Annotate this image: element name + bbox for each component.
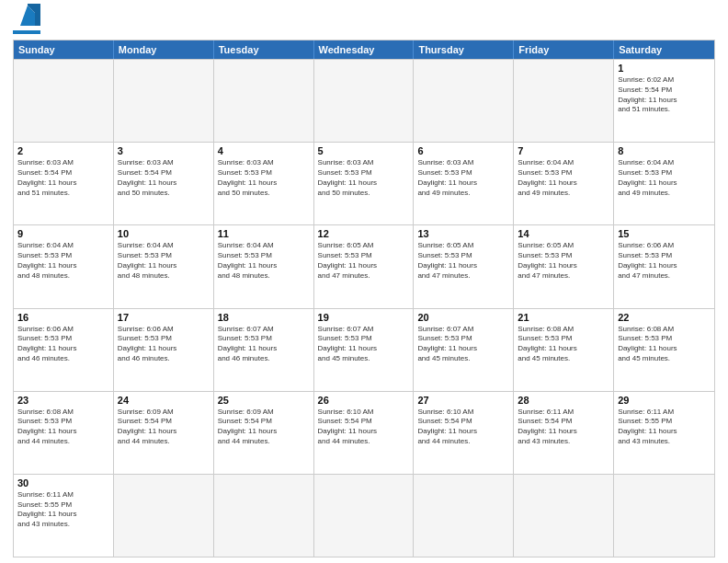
day-number: 18	[218, 312, 310, 323]
day-info: Sunrise: 6:07 AM Sunset: 5:53 PM Dayligh…	[218, 325, 310, 364]
day-cell-20: 20Sunrise: 6:07 AM Sunset: 5:53 PM Dayli…	[414, 309, 514, 391]
day-number: 3	[118, 145, 210, 156]
day-number: 9	[17, 228, 109, 239]
day-number: 8	[618, 145, 711, 156]
day-number: 12	[318, 228, 410, 239]
day-cell-22: 22Sunrise: 6:08 AM Sunset: 5:53 PM Dayli…	[614, 309, 714, 391]
day-cell-10: 10Sunrise: 6:04 AM Sunset: 5:53 PM Dayli…	[114, 225, 214, 307]
day-info: Sunrise: 6:06 AM Sunset: 5:53 PM Dayligh…	[118, 325, 210, 364]
day-cell-6: 6Sunrise: 6:03 AM Sunset: 5:53 PM Daylig…	[414, 143, 514, 224]
day-cell-2: 2Sunrise: 6:03 AM Sunset: 5:54 PM Daylig…	[14, 143, 114, 224]
empty-cell	[614, 475, 714, 557]
day-info: Sunrise: 6:09 AM Sunset: 5:54 PM Dayligh…	[118, 408, 210, 447]
day-info: Sunrise: 6:11 AM Sunset: 5:54 PM Dayligh…	[518, 408, 609, 447]
day-info: Sunrise: 6:07 AM Sunset: 5:53 PM Dayligh…	[318, 325, 410, 364]
day-cell-18: 18Sunrise: 6:07 AM Sunset: 5:53 PM Dayli…	[214, 309, 314, 391]
calendar-body: 1Sunrise: 6:02 AM Sunset: 5:54 PM Daylig…	[14, 59, 714, 557]
day-info: Sunrise: 6:04 AM Sunset: 5:53 PM Dayligh…	[17, 241, 109, 281]
weekday-header-friday: Friday	[514, 40, 614, 59]
day-info: Sunrise: 6:08 AM Sunset: 5:53 PM Dayligh…	[618, 325, 711, 364]
day-cell-26: 26Sunrise: 6:10 AM Sunset: 5:54 PM Dayli…	[314, 392, 415, 474]
day-number: 23	[17, 395, 109, 406]
day-info: Sunrise: 6:09 AM Sunset: 5:54 PM Dayligh…	[218, 408, 310, 447]
day-cell-29: 29Sunrise: 6:11 AM Sunset: 5:55 PM Dayli…	[614, 392, 714, 474]
day-number: 25	[218, 395, 310, 406]
calendar-header: SundayMondayTuesdayWednesdayThursdayFrid…	[14, 40, 714, 59]
day-cell-24: 24Sunrise: 6:09 AM Sunset: 5:54 PM Dayli…	[114, 392, 214, 474]
empty-cell	[214, 60, 314, 142]
weekday-header-monday: Monday	[114, 40, 214, 59]
logo-icon	[15, 4, 40, 29]
day-cell-13: 13Sunrise: 6:05 AM Sunset: 5:53 PM Dayli…	[414, 225, 514, 307]
empty-cell	[14, 60, 114, 142]
empty-cell	[514, 60, 614, 142]
day-cell-3: 3Sunrise: 6:03 AM Sunset: 5:54 PM Daylig…	[114, 143, 214, 224]
empty-cell	[114, 60, 214, 142]
day-info: Sunrise: 6:03 AM Sunset: 5:53 PM Dayligh…	[417, 158, 509, 198]
day-number: 30	[17, 477, 109, 488]
day-info: Sunrise: 6:05 AM Sunset: 5:53 PM Dayligh…	[518, 241, 609, 281]
day-info: Sunrise: 6:07 AM Sunset: 5:53 PM Dayligh…	[417, 325, 509, 364]
logo	[13, 9, 40, 34]
weekday-header-thursday: Thursday	[414, 40, 514, 59]
empty-cell	[414, 60, 514, 142]
day-info: Sunrise: 6:03 AM Sunset: 5:54 PM Dayligh…	[118, 158, 210, 198]
day-number: 27	[417, 395, 509, 406]
day-number: 1	[618, 63, 711, 74]
day-number: 14	[518, 228, 609, 239]
day-cell-27: 27Sunrise: 6:10 AM Sunset: 5:54 PM Dayli…	[414, 392, 514, 474]
header	[13, 9, 715, 34]
empty-cell	[114, 475, 214, 557]
day-info: Sunrise: 6:04 AM Sunset: 5:53 PM Dayligh…	[518, 158, 609, 198]
day-cell-14: 14Sunrise: 6:05 AM Sunset: 5:53 PM Dayli…	[514, 225, 614, 307]
day-cell-12: 12Sunrise: 6:05 AM Sunset: 5:53 PM Dayli…	[314, 225, 415, 307]
page: SundayMondayTuesdayWednesdayThursdayFrid…	[0, 0, 728, 563]
day-number: 13	[417, 228, 509, 239]
day-number: 4	[218, 145, 310, 156]
empty-cell	[514, 475, 614, 557]
calendar-row-5: 30Sunrise: 6:11 AM Sunset: 5:55 PM Dayli…	[14, 474, 714, 557]
day-info: Sunrise: 6:11 AM Sunset: 5:55 PM Dayligh…	[17, 490, 109, 530]
day-cell-1: 1Sunrise: 6:02 AM Sunset: 5:54 PM Daylig…	[614, 60, 714, 142]
empty-cell	[214, 475, 314, 557]
day-info: Sunrise: 6:03 AM Sunset: 5:53 PM Dayligh…	[218, 158, 310, 198]
calendar-row-4: 23Sunrise: 6:08 AM Sunset: 5:53 PM Dayli…	[14, 391, 714, 474]
day-cell-11: 11Sunrise: 6:04 AM Sunset: 5:53 PM Dayli…	[214, 225, 314, 307]
calendar-row-1: 2Sunrise: 6:03 AM Sunset: 5:54 PM Daylig…	[14, 142, 714, 224]
day-number: 17	[118, 312, 210, 323]
day-info: Sunrise: 6:10 AM Sunset: 5:54 PM Dayligh…	[318, 408, 410, 447]
day-info: Sunrise: 6:08 AM Sunset: 5:53 PM Dayligh…	[518, 325, 609, 364]
day-info: Sunrise: 6:02 AM Sunset: 5:54 PM Dayligh…	[618, 75, 711, 115]
day-info: Sunrise: 6:06 AM Sunset: 5:53 PM Dayligh…	[17, 325, 109, 364]
day-cell-25: 25Sunrise: 6:09 AM Sunset: 5:54 PM Dayli…	[214, 392, 314, 474]
day-info: Sunrise: 6:10 AM Sunset: 5:54 PM Dayligh…	[417, 408, 509, 447]
day-number: 24	[118, 395, 210, 406]
day-number: 11	[218, 228, 310, 239]
day-number: 16	[17, 312, 109, 323]
weekday-header-sunday: Sunday	[14, 40, 114, 59]
day-number: 2	[17, 145, 109, 156]
day-number: 7	[518, 145, 609, 156]
day-cell-30: 30Sunrise: 6:11 AM Sunset: 5:55 PM Dayli…	[14, 475, 114, 557]
day-info: Sunrise: 6:04 AM Sunset: 5:53 PM Dayligh…	[618, 158, 711, 198]
day-info: Sunrise: 6:05 AM Sunset: 5:53 PM Dayligh…	[318, 241, 410, 281]
day-number: 5	[318, 145, 410, 156]
calendar-row-2: 9Sunrise: 6:04 AM Sunset: 5:53 PM Daylig…	[14, 224, 714, 307]
calendar-row-3: 16Sunrise: 6:06 AM Sunset: 5:53 PM Dayli…	[14, 308, 714, 391]
day-cell-15: 15Sunrise: 6:06 AM Sunset: 5:53 PM Dayli…	[614, 225, 714, 307]
day-cell-21: 21Sunrise: 6:08 AM Sunset: 5:53 PM Dayli…	[514, 309, 614, 391]
logo-bar	[13, 30, 40, 34]
day-cell-23: 23Sunrise: 6:08 AM Sunset: 5:53 PM Dayli…	[14, 392, 114, 474]
day-number: 15	[618, 228, 711, 239]
day-info: Sunrise: 6:11 AM Sunset: 5:55 PM Dayligh…	[618, 408, 711, 447]
day-cell-19: 19Sunrise: 6:07 AM Sunset: 5:53 PM Dayli…	[314, 309, 415, 391]
calendar: SundayMondayTuesdayWednesdayThursdayFrid…	[13, 40, 715, 557]
day-cell-4: 4Sunrise: 6:03 AM Sunset: 5:53 PM Daylig…	[214, 143, 314, 224]
weekday-header-saturday: Saturday	[614, 40, 714, 59]
empty-cell	[314, 60, 415, 142]
day-cell-5: 5Sunrise: 6:03 AM Sunset: 5:53 PM Daylig…	[314, 143, 415, 224]
day-info: Sunrise: 6:03 AM Sunset: 5:53 PM Dayligh…	[318, 158, 410, 198]
empty-cell	[314, 475, 415, 557]
day-info: Sunrise: 6:04 AM Sunset: 5:53 PM Dayligh…	[118, 241, 210, 281]
day-number: 29	[618, 395, 711, 406]
